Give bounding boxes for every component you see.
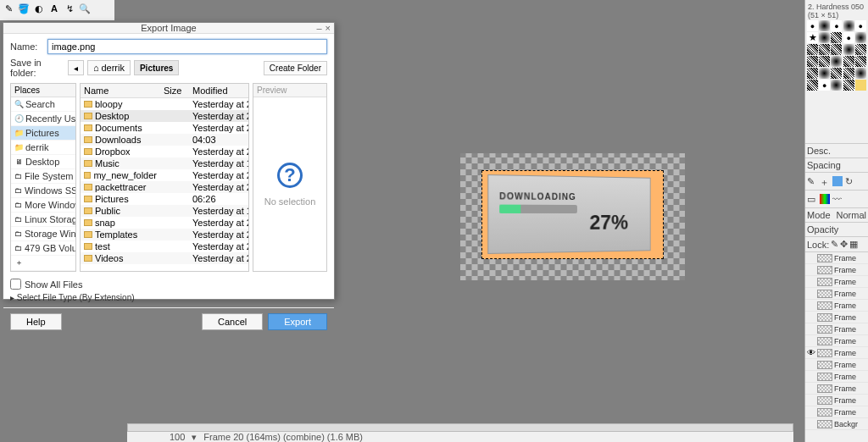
col-size[interactable]: Size xyxy=(160,84,189,97)
name-input[interactable] xyxy=(47,39,327,54)
brush-item[interactable] xyxy=(855,68,866,79)
lock-paint-icon[interactable]: ✎ xyxy=(831,239,838,250)
brush-item[interactable] xyxy=(819,56,830,67)
crumb-current[interactable]: Pictures xyxy=(134,60,179,75)
layer-row[interactable]: Backgr xyxy=(805,418,868,430)
zoom-icon[interactable]: 🔍 xyxy=(78,2,92,15)
layer-row[interactable]: Frame xyxy=(805,359,868,371)
place-item[interactable]: 🗀Windows SSD sto… xyxy=(11,184,75,198)
file-row[interactable]: MusicYesterday at 18:20 xyxy=(81,157,248,169)
brush-item[interactable] xyxy=(843,68,854,79)
place-item[interactable]: 🗀479 GB Volume xyxy=(11,241,75,256)
layer-row[interactable]: Frame xyxy=(805,276,868,288)
brush-item[interactable] xyxy=(843,20,854,31)
lock-move-icon[interactable]: ✥ xyxy=(840,239,848,250)
select-filetype[interactable]: Select File Type (By Extension) xyxy=(10,293,327,302)
layer-row[interactable]: Frame xyxy=(805,371,868,383)
brush-item[interactable] xyxy=(855,80,866,91)
layer-row[interactable]: Frame xyxy=(805,300,868,312)
show-all-checkbox[interactable] xyxy=(10,279,21,290)
place-item[interactable]: 🖥Desktop xyxy=(11,155,75,169)
place-item[interactable]: 🗀Storage Windows xyxy=(11,227,75,241)
place-item[interactable]: 🔍Search xyxy=(11,97,75,112)
zoom-value[interactable]: 100 xyxy=(170,432,185,442)
layer-row[interactable]: Frame xyxy=(805,252,868,264)
layer-row[interactable]: Frame xyxy=(805,395,868,406)
refresh-icon[interactable]: ↻ xyxy=(845,176,855,186)
brush-item[interactable] xyxy=(855,32,866,43)
file-row[interactable]: TemplatesYesterday at 23:23 xyxy=(81,229,248,240)
crumb-back[interactable]: ◂ xyxy=(68,60,84,75)
file-row[interactable]: Downloads04:03 xyxy=(81,134,248,146)
text-icon[interactable]: A xyxy=(47,2,61,15)
place-item[interactable]: 📁Pictures xyxy=(11,126,75,141)
pencil-icon[interactable]: ✎ xyxy=(807,176,817,186)
bucket-icon[interactable]: 🪣 xyxy=(17,2,31,15)
brush-item[interactable] xyxy=(831,68,842,79)
brush-item[interactable] xyxy=(807,32,818,43)
file-row[interactable]: testYesterday at 23:23 xyxy=(81,240,248,252)
brush-item[interactable] xyxy=(807,44,818,55)
add-place[interactable]: ＋ xyxy=(11,256,75,271)
lock-alpha-icon[interactable]: ▦ xyxy=(849,239,858,250)
file-row[interactable]: VideosYesterday at 23:23 xyxy=(81,252,248,264)
place-item[interactable]: 🗀File System xyxy=(11,169,75,184)
layer-row[interactable]: Frame xyxy=(805,264,868,276)
brush-item[interactable] xyxy=(831,56,842,67)
brush-item[interactable] xyxy=(819,80,830,91)
paths-icon[interactable]: 〰 xyxy=(832,194,843,204)
brush-item[interactable] xyxy=(843,80,854,91)
mode-row[interactable]: ModeNormal xyxy=(805,208,868,223)
duplicate-icon[interactable] xyxy=(832,176,843,186)
brush-item[interactable] xyxy=(831,80,842,91)
brush-item[interactable] xyxy=(843,56,854,67)
place-item[interactable]: 🕘Recently Used xyxy=(11,112,75,126)
picker-icon[interactable]: ◐ xyxy=(32,2,46,15)
layer-row[interactable]: Frame xyxy=(805,383,868,395)
file-row[interactable]: packettracerYesterday at 23:23 xyxy=(81,181,248,193)
brush-item[interactable] xyxy=(831,20,842,31)
brush-item[interactable] xyxy=(843,44,854,55)
file-row[interactable]: DesktopYesterday at 23:13 xyxy=(81,110,248,122)
brush-item[interactable] xyxy=(807,80,818,91)
layer-row[interactable]: Frame xyxy=(805,288,868,300)
file-row[interactable]: DropboxYesterday at 23:23 xyxy=(81,146,248,157)
canvas-image[interactable]: DOWNLOADING 27% xyxy=(460,153,685,280)
brush-item[interactable] xyxy=(807,68,818,79)
place-item[interactable]: 🗀More Windows S… xyxy=(11,198,75,213)
brush-item[interactable] xyxy=(831,44,842,55)
layers-icon[interactable]: ▭ xyxy=(807,194,817,204)
brush-item[interactable] xyxy=(819,44,830,55)
scrollbar-horizontal[interactable] xyxy=(127,423,793,432)
brush-item[interactable] xyxy=(819,32,830,43)
brush-item[interactable] xyxy=(807,56,818,67)
file-row[interactable]: PublicYesterday at 18:20 xyxy=(81,205,248,217)
crumb-home[interactable]: ⌂ derrik xyxy=(87,60,131,75)
brush-item[interactable] xyxy=(807,20,818,31)
path-icon[interactable]: ↯ xyxy=(63,2,76,15)
file-row[interactable]: DocumentsYesterday at 23:13 xyxy=(81,122,248,134)
pencil-icon[interactable]: ✎ xyxy=(2,2,15,15)
add-icon[interactable]: ＋ xyxy=(820,176,830,186)
help-button[interactable]: Help xyxy=(10,313,62,330)
brush-item[interactable] xyxy=(819,68,830,79)
layer-row[interactable]: Frame xyxy=(805,312,868,323)
brush-item[interactable] xyxy=(855,44,866,55)
brush-item[interactable] xyxy=(855,56,866,67)
layer-row[interactable]: Frame xyxy=(805,323,868,335)
place-item[interactable]: 🗀Linux Storage xyxy=(11,213,75,227)
file-row[interactable]: bloopyYesterday at 23:13 xyxy=(81,98,248,110)
file-row[interactable]: Pictures06:26 xyxy=(81,193,248,205)
col-modified[interactable]: Modified xyxy=(189,84,248,97)
opacity-row[interactable]: Opacity xyxy=(805,223,868,237)
layer-row[interactable]: Frame xyxy=(805,335,868,347)
layer-row[interactable]: Frame xyxy=(805,406,868,418)
layer-row[interactable]: 👁Frame xyxy=(805,347,868,359)
create-folder-button[interactable]: Create Folder xyxy=(264,61,327,75)
col-name[interactable]: Name xyxy=(81,84,160,97)
minimize-icon[interactable]: – xyxy=(316,23,321,33)
file-row[interactable]: snapYesterday at 23:23 xyxy=(81,217,248,229)
export-button[interactable]: Export xyxy=(268,313,327,330)
channels-icon[interactable] xyxy=(820,194,830,204)
close-icon[interactable]: × xyxy=(326,23,331,33)
